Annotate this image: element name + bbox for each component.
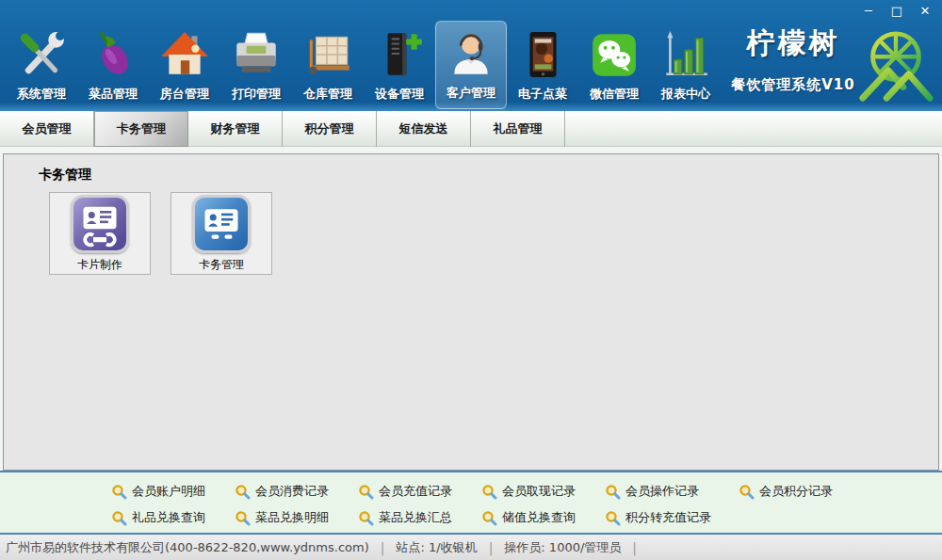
wechat-icon	[589, 29, 640, 80]
printer-icon	[231, 29, 282, 80]
minimize-icon[interactable]: ─	[859, 4, 878, 19]
magnifier-icon	[358, 510, 374, 526]
magnifier-icon	[111, 510, 127, 526]
link-label: 礼品兑换查询	[132, 509, 205, 526]
site-info: 站点: 1/收银机	[396, 539, 477, 556]
card-management-label: 卡务管理	[199, 257, 244, 273]
warehouse-icon	[302, 29, 353, 80]
toolbar-item-label: 客户管理	[447, 85, 495, 102]
card-making-button[interactable]: 卡片制作	[49, 192, 151, 275]
toolbar-item-label: 系统管理	[17, 86, 66, 103]
link-member-recharge-records[interactable]: 会员充值记录	[358, 483, 481, 500]
link-label: 会员操作记录	[625, 483, 699, 500]
server-plus-icon	[374, 29, 425, 80]
operator-info: 操作员: 1000/管理员	[504, 539, 621, 556]
toolbar-item-reports[interactable]: 报表中心	[650, 21, 722, 109]
brand-title: 柠檬树	[727, 24, 859, 63]
content-panel: 卡务管理 卡片制作	[3, 153, 939, 471]
toolbar-item-label: 打印管理	[232, 86, 281, 103]
main-toolbar: 系统管理 菜品管理 房台管理	[6, 21, 722, 109]
links-row-2: 礼品兑换查询 菜品兑换明细 菜品兑换汇总 储值兑换查询 积分转充值记录	[111, 504, 942, 531]
toolbar-item-system[interactable]: 系统管理	[6, 21, 77, 109]
toolbar-item-label: 报表中心	[661, 86, 710, 103]
link-member-account-detail[interactable]: 会员账户明细	[111, 483, 235, 500]
status-separator: |	[489, 540, 494, 555]
magnifier-icon	[605, 484, 621, 500]
tab-gift-management[interactable]: 礼品管理	[471, 111, 565, 147]
toolbar-item-equipment[interactable]: 设备管理	[364, 21, 435, 109]
link-member-consume-records[interactable]: 会员消费记录	[235, 483, 358, 500]
link-points-to-recharge-records[interactable]: 积分转充值记录	[605, 509, 739, 526]
toolbar-item-warehouse[interactable]: 仓库管理	[292, 21, 364, 109]
toolbar-item-customer[interactable]: 客户管理	[435, 21, 507, 109]
window-controls: ─ □ ✕	[859, 4, 934, 19]
company-info: 广州市易的软件技术有限公司(400-8622-820,www.ydnms.com…	[6, 539, 369, 556]
toolbar-item-label: 微信管理	[590, 86, 639, 103]
lemon-tree-logo-icon	[857, 28, 934, 105]
brand-subtitle: 餐饮管理系统V10	[727, 76, 859, 94]
toolbar-item-label: 设备管理	[375, 86, 424, 103]
link-dish-exchange-detail[interactable]: 菜品兑换明细	[235, 509, 358, 526]
toolbar-item-tables[interactable]: 房台管理	[149, 21, 220, 109]
maximize-icon[interactable]: □	[887, 4, 906, 19]
magnifier-icon	[481, 510, 497, 526]
toolbar-item-label: 电子点菜	[518, 86, 567, 103]
link-label: 菜品兑换汇总	[379, 509, 452, 526]
link-stored-value-exchange-query[interactable]: 储值兑换查询	[481, 509, 605, 526]
tab-sms-sending[interactable]: 短信发送	[377, 111, 471, 147]
link-gift-exchange-query[interactable]: 礼品兑换查询	[111, 509, 235, 526]
card-management-button[interactable]: 卡务管理	[171, 192, 272, 275]
quick-links-panel: 会员账户明细 会员消费记录 会员充值记录 会员取现记录 会员操作记录 会员积分记…	[0, 471, 942, 535]
status-separator: |	[632, 540, 637, 555]
link-label: 会员消费记录	[255, 483, 329, 500]
tab-finance-management[interactable]: 财务管理	[188, 111, 283, 147]
toolbar-item-label: 房台管理	[160, 86, 209, 103]
magnifier-icon	[358, 484, 374, 500]
link-label: 会员账户明细	[132, 483, 205, 500]
link-label: 菜品兑换明细	[255, 509, 329, 526]
card-manage-icon	[192, 195, 251, 253]
magnifier-icon	[235, 484, 251, 500]
link-label: 会员积分记录	[759, 483, 833, 500]
card-make-icon	[71, 195, 129, 253]
card-functions-row: 卡片制作 卡务管理	[49, 192, 272, 275]
link-member-withdraw-records[interactable]: 会员取现记录	[481, 483, 605, 500]
tools-icon	[16, 29, 67, 80]
link-member-operation-records[interactable]: 会员操作记录	[605, 483, 739, 500]
toolbar-item-label: 仓库管理	[303, 86, 352, 103]
house-icon	[159, 29, 210, 80]
link-dish-exchange-summary[interactable]: 菜品兑换汇总	[358, 509, 481, 526]
magnifier-icon	[605, 510, 621, 526]
toolbar-item-wechat[interactable]: 微信管理	[578, 21, 650, 109]
person-headset-icon	[446, 28, 496, 79]
tab-points-management[interactable]: 积分管理	[283, 111, 377, 147]
title-header: ─ □ ✕ 系统管理 菜品管理	[0, 0, 942, 111]
status-bar: 广州市易的软件技术有限公司(400-8622-820,www.ydnms.com…	[0, 535, 942, 560]
toolbar-item-eordering[interactable]: 电子点菜	[507, 21, 578, 109]
bar-chart-icon	[660, 29, 711, 80]
link-member-points-records[interactable]: 会员积分记录	[739, 483, 862, 500]
magnifier-icon	[111, 484, 127, 500]
links-row-1: 会员账户明细 会员消费记录 会员充值记录 会员取现记录 会员操作记录 会员积分记…	[111, 478, 942, 504]
link-label: 会员充值记录	[379, 483, 452, 500]
toolbar-item-print[interactable]: 打印管理	[220, 21, 292, 109]
tab-member-management[interactable]: 会员管理	[0, 111, 94, 147]
status-separator: |	[381, 540, 385, 555]
tablet-menu-icon	[517, 29, 568, 80]
magnifier-icon	[739, 484, 755, 500]
toolbar-item-dishes[interactable]: 菜品管理	[77, 21, 149, 109]
link-label: 储值兑换查询	[502, 509, 576, 526]
eggplant-icon	[88, 29, 138, 80]
link-label: 积分转充值记录	[625, 509, 711, 526]
sub-tabbar: 会员管理 卡务管理 财务管理 积分管理 短信发送 礼品管理	[0, 111, 942, 147]
magnifier-icon	[481, 484, 497, 500]
link-label: 会员取现记录	[502, 483, 576, 500]
tab-card-management[interactable]: 卡务管理	[94, 111, 188, 147]
brand-block: 柠檬树 餐饮管理系统V10	[727, 24, 859, 94]
card-making-label: 卡片制作	[77, 257, 122, 273]
group-label: 卡务管理	[39, 167, 91, 184]
toolbar-item-label: 菜品管理	[89, 86, 138, 103]
close-icon[interactable]: ✕	[916, 4, 934, 19]
magnifier-icon	[235, 510, 251, 526]
